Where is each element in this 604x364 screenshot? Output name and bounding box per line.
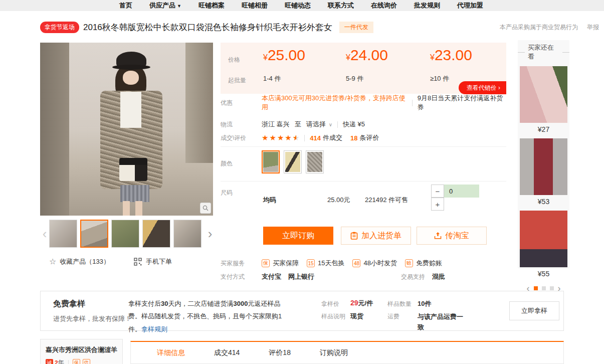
thumbnail-3[interactable] (111, 220, 139, 248)
free-sample-box: 免费拿样 进货先拿样，批发有保障！ 拿样支付后30天内，二次店铺进货满3000元… (40, 291, 564, 331)
thumbnail-5[interactable] (173, 220, 202, 248)
product-title: 2016秋冬韩版宽松中长款双口袋混色长袖修身针织毛衣开衫外套女 (83, 22, 332, 33)
color-label: 颜色 (221, 159, 262, 168)
distributor-price-button[interactable]: 查看代销价 › (459, 81, 506, 94)
coupon-link[interactable]: 本店满300元可用30元进货券/补货券，支持跨店使用 (262, 94, 407, 112)
color-swatch-plaid[interactable] (306, 150, 324, 173)
thumbnail-2-selected[interactable] (80, 220, 108, 248)
related-item-price: ¥27 (520, 125, 567, 133)
photo-window-left (40, 43, 69, 216)
deals-suffix: 件成交 (323, 133, 342, 142)
quantity-input[interactable] (444, 185, 479, 198)
shipping-icon: 48 (352, 259, 360, 267)
divider (304, 135, 305, 141)
nav-contact[interactable]: 联系方式 (328, 1, 354, 10)
tab-detail-info[interactable]: 详细信息 (157, 348, 185, 357)
nav-shop-updates[interactable]: 旺铺动态 (285, 1, 311, 10)
swatch-image (263, 152, 278, 172)
price-tier-3: ¥23.00 (430, 47, 472, 64)
star-outline-icon: ☆ (49, 257, 56, 266)
buyer-service-row: 买家服务 保买家保障 1515天包换 4848小时发货 赊免费赊账 (221, 258, 506, 268)
nav-agency[interactable]: 代理加盟 (457, 1, 483, 10)
promo-label: 优惠 (221, 99, 262, 107)
nav-wholesale-rules[interactable]: 批发规则 (414, 1, 440, 10)
tab-reviews[interactable]: 评价18 (269, 348, 291, 357)
service-free-credit: 赊免费赊账 (405, 259, 442, 268)
purchase-panel: 价格 起批量 ¥25.00 ¥24.00 ¥23.00 1-4 件 5-9 件 … (221, 43, 506, 286)
stock-available: 221492 件可售 (365, 196, 408, 205)
color-swatch-green-selected[interactable] (262, 150, 280, 173)
thumbnail-1[interactable] (49, 220, 77, 248)
nav-home[interactable]: 首页 (119, 1, 132, 10)
nav-shop-profile[interactable]: 旺铺档案 (198, 1, 225, 10)
favorite-button[interactable]: 收藏产品（133） (60, 257, 110, 266)
promo-row: 优惠 本店满300元可用30元进货券/补货券，支持跨店使用 9月8日当天累计支付… (221, 98, 506, 108)
thumbs-prev-icon[interactable]: ‹ (40, 220, 49, 248)
destination-select[interactable]: 请选择∨ (306, 120, 332, 129)
swatch-image (307, 152, 322, 172)
pager-dot-1[interactable] (534, 286, 538, 290)
logistics-label: 物流 (221, 120, 262, 129)
thumbs-next-icon[interactable]: › (206, 220, 215, 248)
product-main-image[interactable] (40, 43, 213, 216)
related-item-3[interactable]: ¥55 (520, 211, 567, 278)
photo-window-right (185, 43, 213, 163)
clipboard-icon (350, 232, 358, 240)
related-item-price: ¥53 (520, 198, 567, 206)
magnifier-icon[interactable] (200, 203, 211, 214)
get-sample-button[interactable]: 立即拿样 (509, 301, 559, 320)
star-icon: ★ (285, 133, 291, 142)
payment-row: 支付方式 支付宝 网上银行 交易支持 混批 (221, 272, 506, 282)
campaign-badge[interactable]: 拿货节返场 (40, 22, 79, 33)
related-item-image (520, 138, 567, 195)
nav-inquiry[interactable]: 在线询价 (371, 1, 397, 10)
plus-button[interactable]: + (431, 198, 444, 211)
star-icon: ★ (277, 133, 284, 142)
sample-ship-label: 运费 (387, 312, 399, 321)
photo-face (123, 71, 139, 85)
upload-icon (434, 232, 442, 240)
pager-dot-3[interactable] (550, 286, 554, 290)
sample-description: 拿样支付后30天内，二次店铺进货满3000元返还样品费。样品随机发货，不挑色、挑… (128, 297, 284, 335)
nav-shop-album[interactable]: 旺铺相册 (242, 1, 268, 10)
qr-code-icon (134, 258, 142, 266)
minus-button[interactable]: − (431, 185, 444, 198)
add-to-purchase-list-button[interactable]: 加入进货单 (341, 227, 411, 245)
thumbnail-4[interactable] (142, 220, 170, 248)
seller-name-link[interactable]: 嘉兴市秀洲区洪合澜漄羊... (46, 345, 117, 354)
report-link[interactable]: 举报 (587, 23, 599, 32)
divider (221, 181, 506, 181)
deals-count[interactable]: 414 (310, 134, 321, 142)
tab-order-notes[interactable]: 订购说明 (320, 348, 348, 357)
favorite-row: ☆ 收藏产品（133） 手机下单 (49, 257, 215, 266)
related-item-2[interactable]: ¥53 (520, 138, 567, 206)
trade-support-label: 交易支持 (401, 273, 425, 281)
color-swatch-yellow[interactable] (284, 150, 302, 173)
pager-dot-2[interactable] (542, 286, 546, 290)
upload-to-taobao-button[interactable]: 传淘宝 (417, 227, 487, 245)
related-item-1[interactable]: ¥27 (520, 66, 567, 133)
sample-ship-value: 与该产品运费一致 (418, 312, 468, 333)
sample-rule-link[interactable]: 拿样规则 (141, 325, 167, 333)
reviews-count[interactable]: 18 (350, 134, 357, 142)
divider (337, 121, 338, 128)
service-guarantee: 保买家保障 (262, 259, 299, 268)
ship-to-label: 至 (295, 120, 301, 129)
half-star-icon: ★★ (293, 133, 299, 142)
chevron-down-icon: ∨ (329, 122, 332, 127)
order-now-button[interactable]: 立即订购 (263, 227, 333, 245)
moq-tier-1: 1-4 件 (263, 74, 281, 83)
seller-card: 嘉兴市秀洲区洪合澜漄羊... 诚 2 年 保 信 (40, 339, 123, 364)
price-tier-2: ¥24.00 (346, 47, 388, 64)
photo-leg (135, 201, 142, 216)
service-label: 买家服务 (221, 259, 262, 268)
nav-products[interactable]: 供应产品▼ (149, 1, 181, 10)
sample-note-value: 现货 (350, 312, 363, 321)
chevron-down-icon: ▼ (177, 4, 181, 9)
moq-tier-3: ≥10 件 (430, 74, 449, 83)
tab-deals[interactable]: 成交414 (214, 348, 240, 357)
star-icon: ★ (269, 133, 276, 142)
moq-label: 起批量 (228, 76, 246, 85)
mobile-order-button[interactable]: 手机下单 (146, 257, 172, 266)
related-item-image (520, 66, 567, 123)
